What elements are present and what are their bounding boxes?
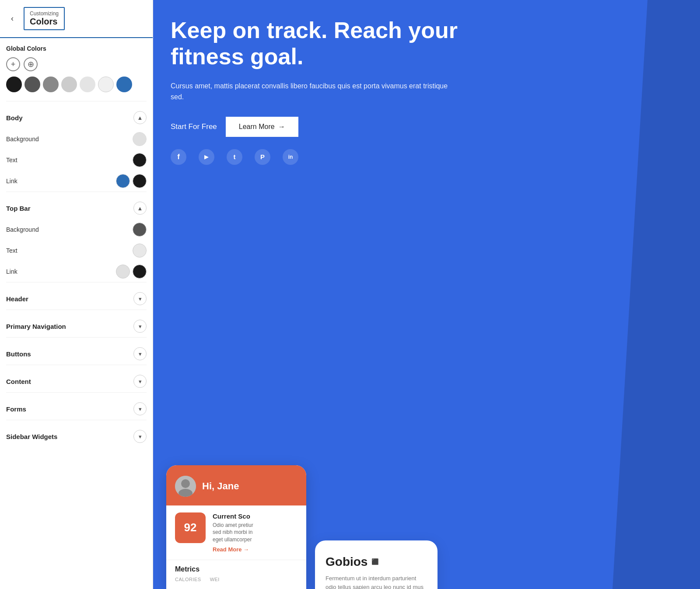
hero-subtitle: Cursus amet, mattis placerat convallis l… [171,80,451,103]
buttons-section: Buttons ▾ [6,337,147,365]
content-section: Content ▾ [6,365,147,392]
body-text-label: Text [6,157,18,164]
content-label: Content [6,378,31,385]
hero-buttons: Start For Free Learn More → [171,117,682,137]
topbar-label: Top Bar [6,205,31,212]
sidebar-widgets-chevron[interactable]: ▾ [133,430,147,443]
topbar-link-dot-1[interactable] [116,265,130,279]
body-section-toggle[interactable]: Body ▲ [6,107,147,129]
learn-more-label: Learn More [239,123,275,131]
body-background-row: Background [6,129,147,150]
sidebar-widgets-toggle[interactable]: Sidebar Widgets ▾ [6,425,147,447]
youtube-icon[interactable]: ▶ [199,149,214,165]
content-toggle[interactable]: Content ▾ [6,370,147,392]
forms-section: Forms ▾ [6,392,147,420]
swatch-light-gray[interactable] [61,77,77,92]
topbar-link-dots [116,265,147,279]
swatch-near-white[interactable] [98,77,114,92]
score-desc: Odio amet pretiur sed nibh morbi in eget… [213,522,298,544]
metrics-section: Metrics CALORIES WEI [166,560,306,589]
body-chevron[interactable]: ▲ [133,111,147,124]
social-icons-row: f ▶ t P in [171,149,682,165]
body-link-label: Link [6,178,18,185]
body-section: Body ▲ Background Text Link [6,101,147,192]
topbar-text-dot[interactable] [133,244,147,258]
swatch-lighter-gray[interactable] [80,77,95,92]
body-link-dot-1[interactable] [116,174,130,188]
color-add-row: + ⊕ [6,57,147,71]
global-colors-label: Global Colors [6,45,147,52]
add-global-color-button[interactable]: ⊕ [24,57,38,71]
read-more-link[interactable]: Read More → [213,546,298,553]
weight-label: WEI [210,577,220,582]
score-block: 92 Current Sco Odio amet pretiur sed nib… [175,505,298,553]
score-badge: 92 [175,512,206,543]
hero-title: Keep on track. Reach your fitness goal. [171,17,477,70]
panel-body: Global Colors + ⊕ Body ▲ Background [0,38,153,589]
topbar-background-row: Background [6,219,147,240]
panel-subtitle: Customizing [30,10,59,17]
body-text-dot[interactable] [133,153,147,167]
twitter-icon[interactable]: t [227,149,242,165]
swatch-black[interactable] [6,77,22,92]
buttons-toggle[interactable]: Buttons ▾ [6,343,147,365]
primary-navigation-label: Primary Navigation [6,323,66,330]
pinterest-icon[interactable]: P [255,149,270,165]
brand-dot: ◾ [368,555,383,568]
forms-label: Forms [6,405,26,413]
calories-label: CALORIES [175,577,201,582]
add-color-button[interactable]: + [6,57,20,71]
start-free-button[interactable]: Start For Free [171,122,217,131]
buttons-chevron[interactable]: ▾ [133,347,147,360]
topbar-background-dots [133,223,147,237]
forms-toggle[interactable]: Forms ▾ [6,398,147,420]
panel-title: Colors [30,17,59,27]
topbar-link-row: Link [6,261,147,282]
content-chevron[interactable]: ▾ [133,375,147,388]
swatch-dark-gray[interactable] [24,77,40,92]
panel-header: ‹ Customizing Colors [0,0,153,38]
topbar-chevron[interactable]: ▲ [133,202,147,215]
topbar-link-dot-2[interactable] [133,265,147,279]
facebook-icon[interactable]: f [171,149,186,165]
metrics-title: Metrics [175,565,298,573]
avatar [175,476,196,497]
preview-panel: Keep on track. Reach your fitness goal. … [153,0,700,589]
metrics-cols: CALORIES WEI [175,577,298,582]
linkedin-icon[interactable]: in [283,149,298,165]
body-link-dots [116,174,147,188]
primary-navigation-chevron[interactable]: ▾ [133,320,147,333]
topbar-section: Top Bar ▲ Background Text Link [6,192,147,282]
topbar-text-dots [133,244,147,258]
app-card-main: Hi, Jane 92 Current Sco Odio amet pretiu… [166,465,306,589]
body-background-label: Background [6,136,39,143]
sidebar-widgets-section: Sidebar Widgets ▾ [6,420,147,447]
topbar-section-toggle[interactable]: Top Bar ▲ [6,197,147,219]
score-info: Current Sco Odio amet pretiur sed nibh m… [213,512,298,553]
topbar-link-label: Link [6,268,18,275]
buttons-label: Buttons [6,350,31,358]
app-card-secondary: Gobios◾ Fermentum ut in interdum parturi… [315,540,438,589]
body-link-dot-2[interactable] [133,174,147,188]
forms-chevron[interactable]: ▾ [133,402,147,415]
topbar-background-label: Background [6,226,39,233]
customizer-panel: ‹ Customizing Colors Global Colors + ⊕ B… [0,0,153,589]
topbar-text-label: Text [6,247,18,254]
topbar-background-dot[interactable] [133,223,147,237]
topbar-text-row: Text [6,240,147,261]
swatch-medium-gray[interactable] [43,77,59,92]
header-section-toggle[interactable]: Header ▾ [6,288,147,310]
learn-more-button[interactable]: Learn More → [226,117,298,137]
panel-title-block: Customizing Colors [24,7,65,30]
back-button[interactable]: ‹ [6,13,18,25]
body-background-dot[interactable] [133,132,147,146]
primary-navigation-toggle[interactable]: Primary Navigation ▾ [6,315,147,337]
svg-point-1 [181,479,190,488]
score-title: Current Sco [213,512,298,520]
header-chevron[interactable]: ▾ [133,292,147,305]
swatch-blue[interactable] [116,77,132,92]
header-label: Header [6,295,28,303]
body-background-dots [133,132,147,146]
brand-logo: Gobios◾ [326,554,427,569]
app-card-header: Hi, Jane [166,465,306,505]
